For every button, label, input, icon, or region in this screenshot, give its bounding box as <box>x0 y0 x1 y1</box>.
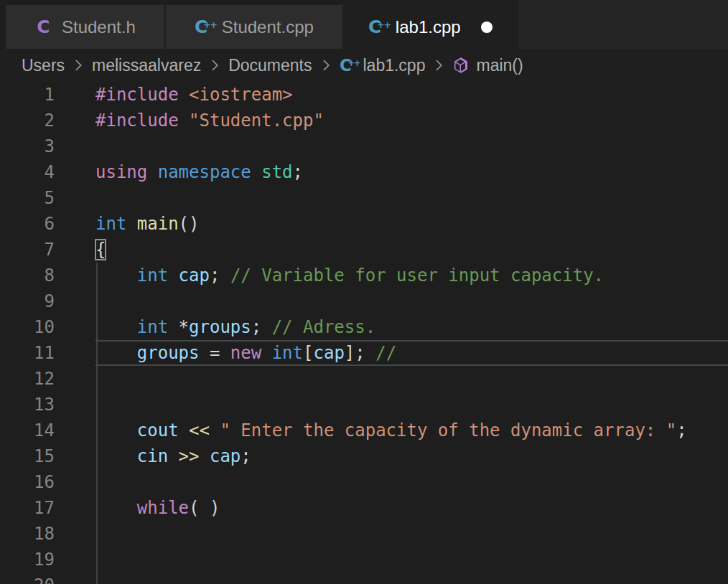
line-content: int cap; // Variable for user input capa… <box>95 263 728 288</box>
code-line-20[interactable]: 20 <box>0 573 728 584</box>
line-content <box>95 521 728 547</box>
breadcrumb-item-users[interactable]: Users <box>22 56 65 75</box>
line-number: 6 <box>0 211 95 237</box>
breadcrumb-item-main-[interactable]: main() <box>452 56 523 75</box>
line-content: { <box>95 237 728 263</box>
code-line-18[interactable]: 18 <box>0 521 728 547</box>
chevron-right-icon <box>319 58 333 72</box>
breadcrumb-label: melissaalvarez <box>92 56 201 75</box>
code-lines: 1#include <iostream>2#include "Student.c… <box>0 82 728 584</box>
line-content: int *groups; // Adress. <box>95 314 728 340</box>
breadcrumb-label: main() <box>476 56 523 75</box>
line-number: 15 <box>0 443 95 469</box>
svg-text:++: ++ <box>347 58 360 68</box>
chevron-right-icon <box>431 58 446 72</box>
line-content: using namespace std; <box>95 159 728 185</box>
line-number: 20 <box>0 573 95 584</box>
code-line-9[interactable]: 9 <box>0 288 728 314</box>
line-number: 14 <box>0 418 95 443</box>
line-content <box>95 185 728 211</box>
code-line-4[interactable]: 4using namespace std; <box>0 159 728 185</box>
symbol-method-cube-icon <box>452 57 470 74</box>
tab-label: lab1.cpp <box>396 17 461 37</box>
line-content: #include "Student.cpp" <box>95 108 728 133</box>
code-line-14[interactable]: 14 cout << " Enter the capacity of the d… <box>0 418 728 443</box>
breadcrumb-item-lab1-cpp[interactable]: C++lab1.cpp <box>340 56 426 75</box>
chevron-right-icon <box>71 58 85 72</box>
code-line-3[interactable]: 3 <box>0 133 728 159</box>
line-number: 3 <box>0 133 95 159</box>
breadcrumb-label: Users <box>22 56 65 75</box>
line-content <box>95 573 728 584</box>
line-content <box>95 547 728 573</box>
line-number: 10 <box>0 314 95 340</box>
line-number: 4 <box>0 159 95 185</box>
line-content: int main() <box>95 211 728 237</box>
line-content <box>95 288 728 314</box>
tab-bar-empty-space <box>518 0 728 49</box>
line-number: 17 <box>0 495 95 521</box>
code-line-7[interactable]: 7{ <box>0 237 728 263</box>
line-number: 19 <box>0 547 95 573</box>
tab-label: Student.h <box>62 17 136 37</box>
tab-student-cpp[interactable]: C++Student.cpp <box>166 5 342 49</box>
tab-label: Student.cpp <box>222 17 314 37</box>
code-editor[interactable]: 1#include <iostream>2#include "Student.c… <box>0 82 728 584</box>
line-content <box>95 366 728 392</box>
breadcrumb-label: Documents <box>228 56 312 75</box>
line-number: 16 <box>0 469 95 495</box>
breadcrumb-label: lab1.cpp <box>363 56 426 75</box>
code-line-8[interactable]: 8 int cap; // Variable for user input ca… <box>0 263 728 288</box>
vscode-window: CStudent.hC++Student.cppC++lab1.cpp User… <box>0 0 728 584</box>
line-number: 1 <box>0 82 95 108</box>
breadcrumb-item-melissaalvarez[interactable]: melissaalvarez <box>92 56 201 75</box>
line-content: groups = new int[cap]; // <box>95 340 728 366</box>
c-header-file-icon: C <box>34 18 53 37</box>
code-line-19[interactable]: 19 <box>0 547 728 573</box>
svg-text:++: ++ <box>203 20 217 30</box>
line-number: 2 <box>0 108 95 133</box>
line-content: #include <iostream> <box>95 82 728 108</box>
line-number: 5 <box>0 185 95 211</box>
tab-bar: CStudent.hC++Student.cppC++lab1.cpp <box>0 0 728 49</box>
cpp-file-icon: C++ <box>340 57 357 74</box>
cpp-file-icon: C++ <box>195 18 213 37</box>
code-line-6[interactable]: 6int main() <box>0 211 728 237</box>
tab-student-h[interactable]: CStudent.h <box>6 5 164 49</box>
code-line-13[interactable]: 13 <box>0 392 728 418</box>
tab-group: CStudent.hC++Student.cppC++lab1.cpp <box>0 0 518 49</box>
svg-text:++: ++ <box>377 20 391 30</box>
line-content: cout << " Enter the capacity of the dyna… <box>95 418 728 443</box>
cpp-file-icon: C++ <box>368 18 387 37</box>
line-number: 13 <box>0 392 95 418</box>
chevron-right-icon <box>207 58 222 72</box>
line-number: 11 <box>0 340 95 366</box>
svg-text:C: C <box>37 17 50 37</box>
line-content <box>95 392 728 418</box>
tab-lab1-cpp[interactable]: C++lab1.cpp <box>344 5 517 49</box>
line-content: while( ) <box>95 495 728 521</box>
code-line-12[interactable]: 12 <box>0 366 728 392</box>
code-line-1[interactable]: 1#include <iostream> <box>0 82 728 108</box>
line-content: cin >> cap; <box>95 443 728 469</box>
breadcrumb-item-documents[interactable]: Documents <box>228 56 312 75</box>
code-line-17[interactable]: 17 while( ) <box>0 495 728 521</box>
code-line-16[interactable]: 16 <box>0 469 728 495</box>
line-number: 18 <box>0 521 95 547</box>
line-content <box>95 133 728 159</box>
code-line-2[interactable]: 2#include "Student.cpp" <box>0 108 728 133</box>
line-number: 12 <box>0 366 95 392</box>
code-line-15[interactable]: 15 cin >> cap; <box>0 443 728 469</box>
code-line-10[interactable]: 10 int *groups; // Adress. <box>0 314 728 340</box>
modified-indicator-dot[interactable] <box>481 22 493 33</box>
breadcrumb: UsersmelissaalvarezDocumentsC++lab1.cppm… <box>0 49 728 82</box>
line-number: 8 <box>0 263 95 288</box>
code-line-5[interactable]: 5 <box>0 185 728 211</box>
bracket-match-box: { <box>95 240 106 260</box>
code-line-11[interactable]: 11 groups = new int[cap]; // <box>0 340 728 366</box>
line-number: 7 <box>0 237 95 263</box>
line-number: 9 <box>0 288 95 314</box>
line-content <box>95 469 728 495</box>
